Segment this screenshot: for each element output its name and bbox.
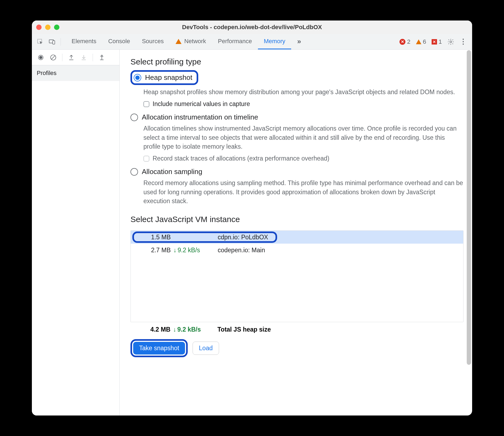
divider (62, 54, 62, 61)
radio-label: Allocation instrumentation on timeline (142, 113, 258, 121)
errors-count: 2 (407, 38, 410, 45)
checkbox-label: Record stack traces of allocations (extr… (153, 155, 330, 162)
tab-network[interactable]: Network (170, 34, 212, 49)
ptype-desc: Heap snapshot profiles show memory distr… (143, 88, 463, 97)
tab-performance[interactable]: Performance (212, 34, 258, 49)
radio-icon (130, 168, 138, 176)
vm-total-row: 4.2 MB ↓9.2 kB/s Total JS heap size (130, 322, 463, 333)
tabs-overflow[interactable]: » (291, 34, 306, 49)
take-snapshot-button[interactable]: Take snapshot (133, 342, 185, 355)
close-window-button[interactable] (36, 25, 42, 30)
vm-size: 2.7 MB (138, 247, 173, 254)
sidebar-toolbar (32, 50, 119, 65)
devtools-window: DevTools - codepen.io/web-dot-dev/live/P… (32, 21, 472, 415)
radio-heap-snapshot[interactable]: Heap snapshot (130, 70, 198, 85)
sidebar: Profiles (32, 50, 120, 415)
checkbox-icon (143, 101, 149, 107)
total-label: Total JS heap size (216, 326, 271, 333)
garbage-collect-icon[interactable] (98, 54, 105, 61)
errors-badge[interactable]: ✕2 (399, 38, 410, 45)
traffic-lights (36, 25, 59, 30)
minimize-window-button[interactable] (45, 25, 51, 30)
radio-label: Heap snapshot (145, 73, 192, 82)
inspect-element-icon[interactable] (37, 38, 44, 45)
tab-label: Network (184, 38, 206, 45)
tab-memory[interactable]: Memory (258, 34, 291, 49)
window-title: DevTools - codepen.io/web-dot-dev/live/P… (32, 24, 472, 31)
tab-label: Performance (218, 38, 252, 45)
scrollbar-thumb[interactable] (467, 50, 471, 365)
down-arrow-icon: ↓ (173, 326, 176, 333)
tab-elements[interactable]: Elements (66, 34, 102, 49)
titlebar: DevTools - codepen.io/web-dot-dev/live/P… (32, 21, 472, 34)
tabstrip-left (32, 34, 66, 49)
ptype-desc: Allocation timelines show instrumented J… (143, 124, 463, 151)
scrollbar[interactable] (466, 50, 472, 415)
tabstrip-right: ✕2 6 ✕1 ⋮ (394, 34, 472, 49)
svg-point-5 (39, 56, 42, 59)
divider (93, 54, 93, 61)
tab-console[interactable]: Console (102, 34, 136, 49)
radio-allocation-sampling[interactable]: Allocation sampling (130, 168, 463, 176)
tab-label: Sources (142, 38, 164, 45)
check-record-stack-traces[interactable]: Record stack traces of allocations (extr… (143, 155, 463, 162)
check-include-numerical[interactable]: Include numerical values in capture (143, 100, 463, 108)
actions: Take snapshot Load (130, 339, 463, 357)
chevron-double-right-icon: » (297, 37, 300, 46)
radio-icon (130, 114, 138, 121)
tabs: Elements Console Sources Network Perform… (66, 34, 307, 49)
svg-rect-2 (53, 40, 55, 44)
device-toolbar-icon[interactable] (49, 38, 56, 45)
body: Profiles Select profiling type Heap snap… (32, 50, 472, 415)
vm-instance-heading: Select JavaScript VM instance (130, 215, 463, 224)
ptype-heap: Heap snapshot Heap snapshot profiles sho… (130, 70, 463, 108)
issue-icon: ✕ (432, 39, 437, 45)
main-panel: Select profiling type Heap snapshot Heap… (120, 50, 472, 415)
radio-icon (134, 74, 141, 81)
vm-rate: ↓9.2 kB/s (173, 247, 217, 254)
issues-count: 1 (439, 38, 442, 45)
profiles-list: Profiles (32, 65, 119, 81)
warnings-badge[interactable]: 6 (416, 38, 426, 45)
tab-label: Console (108, 38, 130, 45)
settings-icon[interactable] (447, 38, 454, 45)
vm-table: 1.5 MB cdpn.io: PoLdbOX 2.7 MB ↓9.2 kB/s… (130, 230, 463, 322)
take-snapshot-highlight: Take snapshot (130, 339, 188, 357)
checkbox-label: Include numerical values in capture (153, 100, 250, 108)
issues-badge[interactable]: ✕1 (432, 38, 442, 45)
upload-icon[interactable] (68, 54, 75, 61)
down-arrow-icon: ↓ (173, 247, 177, 254)
vm-origin: codepen.io: Main (217, 247, 463, 254)
maximize-window-button[interactable] (54, 25, 59, 30)
profiling-type-heading: Select profiling type (130, 57, 463, 66)
more-menu-icon[interactable]: ⋮ (460, 38, 467, 46)
vm-row[interactable]: 1.5 MB cdpn.io: PoLdbOX (131, 231, 463, 244)
tab-sources[interactable]: Sources (136, 34, 170, 49)
svg-point-3 (450, 41, 452, 43)
vm-row[interactable]: 2.7 MB ↓9.2 kB/s codepen.io: Main (131, 244, 463, 257)
svg-line-7 (51, 55, 55, 59)
vm-size: 1.5 MB (138, 234, 173, 241)
load-button[interactable]: Load (193, 342, 219, 355)
tab-label: Memory (264, 38, 285, 45)
total-rate: ↓9.2 kB/s (173, 326, 216, 333)
warnings-count: 6 (423, 38, 426, 45)
checkbox-icon (143, 156, 149, 162)
ptype-timeline: Allocation instrumentation on timeline A… (130, 113, 463, 162)
tabstrip: Elements Console Sources Network Perform… (32, 34, 472, 50)
vm-origin: cdpn.io: PoLdbOX (217, 234, 463, 241)
ptype-sampling: Allocation sampling Record memory alloca… (130, 168, 463, 208)
record-icon[interactable] (37, 54, 44, 61)
warning-icon (176, 39, 182, 44)
profiles-header[interactable]: Profiles (32, 65, 119, 81)
ptype-desc: Record memory allocations using sampling… (143, 179, 463, 206)
clear-icon[interactable] (50, 54, 57, 61)
radio-allocation-timeline[interactable]: Allocation instrumentation on timeline (130, 113, 463, 121)
total-size: 4.2 MB (138, 326, 173, 333)
download-icon[interactable] (80, 54, 87, 61)
radio-label: Allocation sampling (142, 168, 202, 176)
divider (61, 38, 61, 46)
warning-icon (416, 39, 421, 44)
error-icon: ✕ (399, 39, 405, 45)
tab-label: Elements (72, 38, 96, 45)
